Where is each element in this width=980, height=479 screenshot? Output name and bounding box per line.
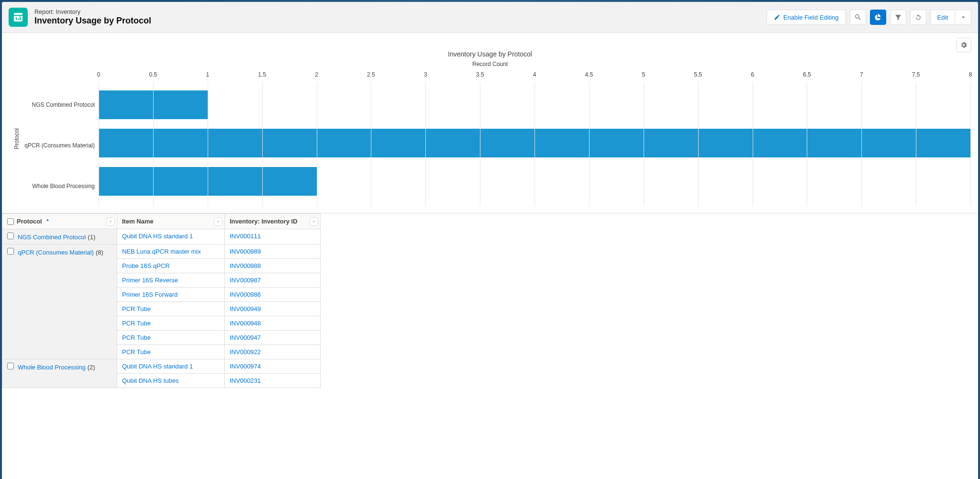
col-menu-item[interactable]	[214, 217, 223, 226]
item-cell: Qubit DNA HS standard 1	[117, 359, 225, 374]
chart-settings-button[interactable]	[956, 38, 971, 52]
grid-line	[861, 82, 862, 206]
header-actions: Enable Field Editing Edit	[767, 10, 971, 25]
item-link[interactable]: PCR Tube	[122, 320, 151, 327]
item-link[interactable]: Qubit DNA HS standard 1	[122, 233, 193, 240]
grid-line	[262, 82, 263, 206]
item-cell: Qubit DNA HS tubes	[117, 374, 225, 388]
enable-field-editing-button[interactable]: Enable Field Editing	[767, 10, 846, 25]
grid-line	[425, 82, 426, 206]
x-axis-ticks: 00.511.522.533.544.555.566.577.58	[99, 71, 970, 82]
table-row: Whole Blood Processing(2)Qubit DNA HS st…	[2, 359, 321, 374]
chart-title: Inventory Usage by Protocol	[2, 50, 978, 58]
edit-button-group: Edit	[930, 10, 971, 25]
y-axis-label: Protocol	[11, 71, 22, 206]
item-link[interactable]: Primer 16S Forward	[122, 291, 178, 298]
filter-icon	[894, 13, 902, 21]
item-cell: PCR Tube	[117, 331, 225, 345]
protocol-link[interactable]: qPCR (Consumes Material)	[18, 249, 94, 256]
grid-line	[371, 82, 371, 206]
grid-line	[644, 82, 644, 206]
x-tick: 8	[969, 71, 972, 78]
y-category-label: Whole Blood Processing	[22, 183, 95, 189]
grid-line	[589, 82, 590, 206]
item-cell: NEB Luna qPCR master mix	[117, 245, 225, 259]
item-link[interactable]: Primer 16S Reverse	[122, 277, 178, 284]
inventory-id-cell: INV000111	[225, 229, 321, 245]
plot-area: 00.511.522.533.544.555.566.577.58	[99, 71, 970, 206]
item-link[interactable]: Probe 16S qPCR	[122, 262, 170, 269]
item-link[interactable]: PCR Tube	[122, 334, 151, 341]
item-cell: Probe 16S qPCR	[117, 259, 225, 273]
row-group-checkbox[interactable]	[7, 248, 14, 255]
row-group-checkbox[interactable]	[7, 363, 14, 369]
inventory-id-cell: INV000974	[225, 359, 321, 374]
item-link[interactable]: PCR Tube	[122, 348, 151, 356]
col-menu-protocol[interactable]	[106, 217, 115, 226]
inventory-id-cell: INV000989	[225, 245, 321, 259]
grid-line	[807, 82, 807, 206]
item-link[interactable]: Qubit DNA HS standard 1	[122, 363, 193, 370]
report-content: Inventory Usage by Protocol Record Count…	[2, 33, 978, 479]
inventory-id-link[interactable]: INV000987	[230, 277, 261, 284]
inventory-id-link[interactable]: INV000986	[230, 291, 261, 298]
bars-zone	[99, 82, 970, 206]
grid-line	[916, 82, 916, 206]
col-header-protocol[interactable]: Protocol	[2, 214, 117, 229]
refresh-button[interactable]	[910, 10, 926, 25]
protocol-group-cell: Whole Blood Processing(2)	[2, 359, 117, 388]
row-group-checkbox[interactable]	[7, 233, 14, 239]
refresh-icon	[914, 13, 922, 21]
chart-toggle-button[interactable]	[870, 10, 886, 25]
inventory-id-cell: INV000987	[225, 273, 321, 288]
inventory-id-cell: INV000231	[225, 374, 321, 388]
edit-dropdown-button[interactable]	[955, 10, 971, 25]
y-axis-categories: NGS Combined ProtocolqPCR (Consumes Mate…	[22, 71, 99, 206]
select-all-checkbox[interactable]	[7, 218, 14, 225]
grid-line	[99, 82, 99, 206]
inventory-id-link[interactable]: INV000111	[230, 233, 261, 240]
caret-down-icon	[959, 13, 967, 21]
x-tick: 2.5	[367, 71, 375, 78]
item-link[interactable]: PCR Tube	[122, 305, 151, 312]
col-header-item[interactable]: Item Name	[117, 214, 225, 229]
item-cell: PCR Tube	[117, 316, 225, 331]
item-link[interactable]: Qubit DNA HS tubes	[122, 377, 179, 384]
inventory-id-link[interactable]: INV000947	[230, 334, 261, 341]
search-button[interactable]	[850, 10, 866, 25]
item-cell: Primer 16S Reverse	[117, 273, 225, 288]
x-tick: 1	[206, 71, 209, 78]
filter-button[interactable]	[890, 10, 906, 25]
col-menu-inventory-id[interactable]	[310, 217, 318, 226]
inventory-id-link[interactable]: INV000989	[230, 248, 261, 255]
grid-line	[480, 82, 480, 206]
inventory-id-cell: INV000988	[225, 259, 321, 273]
x-tick: 6.5	[803, 71, 811, 78]
protocol-group-cell: qPCR (Consumes Material)(8)	[2, 245, 117, 359]
inventory-id-cell: INV000949	[225, 302, 321, 316]
search-icon	[854, 13, 862, 21]
x-tick: 5	[642, 71, 645, 78]
grid-line	[698, 82, 699, 206]
grid-line	[970, 82, 971, 206]
item-cell: PCR Tube	[117, 302, 225, 316]
inventory-id-link[interactable]: INV000922	[230, 348, 261, 356]
report-title: Inventory Usage by Protocol	[34, 16, 151, 26]
inventory-id-link[interactable]: INV000948	[230, 320, 261, 327]
col-header-inventory-id[interactable]: Inventory: Inventory ID	[225, 214, 321, 229]
inventory-id-link[interactable]: INV000988	[230, 262, 261, 269]
inventory-id-cell: INV000986	[225, 288, 321, 302]
inventory-id-link[interactable]: INV000949	[230, 305, 261, 312]
x-tick: 5.5	[694, 71, 702, 78]
chart-panel: Inventory Usage by Protocol Record Count…	[2, 33, 978, 213]
report-subtitle: Report: Inventory	[34, 9, 151, 15]
item-link[interactable]: NEB Luna qPCR master mix	[122, 248, 201, 255]
protocol-count: (8)	[96, 249, 103, 256]
report-header: Report: Inventory Inventory Usage by Pro…	[2, 2, 978, 33]
edit-button[interactable]: Edit	[930, 10, 955, 25]
inventory-id-link[interactable]: INV000974	[230, 363, 261, 370]
x-tick: 0.5	[149, 71, 157, 78]
protocol-link[interactable]: NGS Combined Protocol	[18, 234, 86, 241]
inventory-id-link[interactable]: INV000231	[230, 377, 261, 384]
protocol-link[interactable]: Whole Blood Processing	[18, 364, 86, 371]
